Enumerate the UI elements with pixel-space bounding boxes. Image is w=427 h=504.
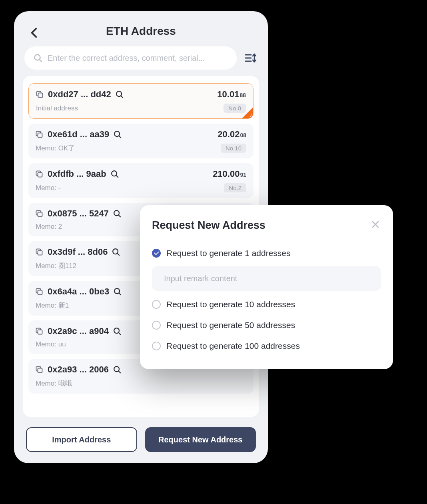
close-icon bbox=[371, 220, 379, 228]
magnify-icon[interactable] bbox=[113, 287, 122, 296]
address-row-top: 0xe61d ... aa39 20.02 08 bbox=[36, 129, 246, 140]
radio-unchecked-icon bbox=[152, 300, 161, 309]
address-card[interactable]: 0xfdfb ... 9aab 210.00 91 Memo: - No.2 bbox=[28, 163, 253, 198]
memo-text: Memo: uu bbox=[36, 340, 66, 348]
import-address-button[interactable]: Import Address bbox=[26, 427, 137, 452]
address-text: 0x6a4a ... 0be3 bbox=[48, 286, 109, 297]
option-label: Request to generate 10 addresses bbox=[166, 300, 295, 309]
balance-main: 10.01 bbox=[217, 89, 239, 100]
request-new-address-button[interactable]: Request New Address bbox=[145, 427, 256, 452]
address-text: 0xdd27 ... dd42 bbox=[48, 89, 111, 100]
magnify-icon[interactable] bbox=[110, 170, 119, 178]
modal-title: Request New Address bbox=[152, 219, 265, 232]
sort-button[interactable] bbox=[244, 51, 257, 65]
radio-unchecked-icon bbox=[152, 342, 161, 350]
address-row-bottom: Initial address No.0 bbox=[36, 104, 246, 113]
copy-icon[interactable] bbox=[36, 91, 43, 98]
svg-rect-20 bbox=[38, 290, 42, 295]
balance: 10.01 88 bbox=[217, 89, 246, 100]
address-row-bottom: Memo: 哦哦 bbox=[36, 379, 246, 388]
balance-sub: 08 bbox=[240, 132, 246, 138]
search-input[interactable] bbox=[48, 54, 228, 63]
magnify-icon[interactable] bbox=[113, 209, 122, 218]
modal-close-button[interactable] bbox=[370, 219, 381, 232]
sort-icon bbox=[245, 53, 257, 63]
memo-text: Memo: OK了 bbox=[36, 144, 75, 153]
selected-flag: ✓ bbox=[241, 106, 253, 119]
radio-checked-icon bbox=[152, 249, 161, 258]
balance-main: 210.00 bbox=[213, 169, 239, 179]
option-label: Request to generate 100 addresses bbox=[166, 341, 300, 351]
balance-sub: 91 bbox=[240, 172, 246, 178]
svg-rect-23 bbox=[38, 330, 42, 334]
radio-unchecked-icon bbox=[152, 321, 161, 330]
option-1-address[interactable]: Request to generate 1 addresses bbox=[152, 243, 381, 264]
balance: 210.00 91 bbox=[213, 169, 246, 179]
memo-text: Memo: 2 bbox=[36, 223, 62, 231]
svg-rect-5 bbox=[38, 93, 43, 98]
address-text: 0x2a93 ... 2006 bbox=[48, 364, 109, 375]
option-label: Request to generate 50 addresses bbox=[166, 320, 295, 330]
magnify-icon[interactable] bbox=[113, 130, 122, 139]
copy-icon[interactable] bbox=[36, 170, 43, 178]
copy-icon[interactable] bbox=[36, 288, 43, 295]
magnify-icon[interactable] bbox=[112, 248, 120, 256]
option-50-addresses[interactable]: Request to generate 50 addresses bbox=[152, 315, 381, 336]
address-card[interactable]: 0xe61d ... aa39 20.02 08 Memo: OK了 No.10 bbox=[28, 124, 253, 158]
magnify-icon[interactable] bbox=[113, 327, 122, 336]
address-text: 0xfdfb ... 9aab bbox=[48, 169, 106, 179]
search-row bbox=[14, 46, 268, 76]
copy-icon[interactable] bbox=[36, 328, 43, 335]
search-box[interactable] bbox=[24, 46, 237, 70]
option-label: Request to generate 1 addresses bbox=[166, 248, 291, 258]
svg-rect-17 bbox=[38, 251, 42, 255]
option-100-addresses[interactable]: Request to generate 100 addresses bbox=[152, 336, 381, 356]
copy-icon[interactable] bbox=[36, 248, 43, 256]
search-icon bbox=[33, 53, 43, 63]
address-row-top: 0xdd27 ... dd42 10.01 88 bbox=[36, 89, 246, 100]
remark-input[interactable] bbox=[164, 274, 369, 283]
memo-text: Memo: 新1 bbox=[36, 301, 69, 310]
address-text: 0x2a9c ... a904 bbox=[48, 326, 109, 336]
remark-input-wrapper[interactable] bbox=[152, 266, 381, 291]
balance-main: 20.02 bbox=[217, 129, 239, 140]
magnify-icon[interactable] bbox=[113, 365, 122, 374]
bottom-buttons: Import Address Request New Address bbox=[14, 422, 268, 463]
memo-text: Memo: 哦哦 bbox=[36, 379, 72, 388]
memo-text: Memo: 圈112 bbox=[36, 261, 76, 270]
address-row-bottom: Memo: OK了 No.10 bbox=[36, 144, 246, 153]
header: ETH Address bbox=[14, 11, 268, 46]
balance: 20.02 08 bbox=[217, 129, 246, 140]
modal-header: Request New Address bbox=[152, 219, 381, 232]
svg-rect-26 bbox=[38, 368, 42, 373]
address-text: 0x3d9f ... 8d06 bbox=[48, 247, 108, 257]
address-row-bottom: Memo: - No.2 bbox=[36, 183, 246, 192]
address-text: 0x0875 ... 5247 bbox=[48, 208, 109, 219]
copy-icon[interactable] bbox=[36, 210, 43, 217]
address-card[interactable]: 0xdd27 ... dd42 10.01 88 Initial address… bbox=[28, 83, 253, 119]
svg-rect-8 bbox=[38, 133, 42, 138]
copy-icon[interactable] bbox=[36, 131, 43, 138]
memo-text: Memo: - bbox=[36, 184, 60, 192]
request-new-address-modal: Request New Address Request to generate … bbox=[140, 205, 393, 369]
svg-rect-11 bbox=[38, 173, 42, 177]
chevron-left-icon bbox=[30, 28, 38, 38]
svg-rect-14 bbox=[38, 212, 42, 217]
check-icon: ✓ bbox=[249, 113, 253, 118]
address-row-top: 0xfdfb ... 9aab 210.00 91 bbox=[36, 169, 246, 179]
magnify-icon[interactable] bbox=[115, 90, 124, 99]
back-button[interactable] bbox=[28, 27, 40, 38]
copy-icon[interactable] bbox=[36, 366, 43, 373]
index-badge: No.10 bbox=[221, 144, 246, 153]
memo-text: Initial address bbox=[36, 104, 78, 112]
option-10-addresses[interactable]: Request to generate 10 addresses bbox=[152, 294, 381, 315]
page-title: ETH Address bbox=[106, 25, 176, 38]
balance-sub: 88 bbox=[239, 92, 246, 98]
address-text: 0xe61d ... aa39 bbox=[48, 129, 109, 140]
index-badge: No.2 bbox=[224, 183, 246, 192]
